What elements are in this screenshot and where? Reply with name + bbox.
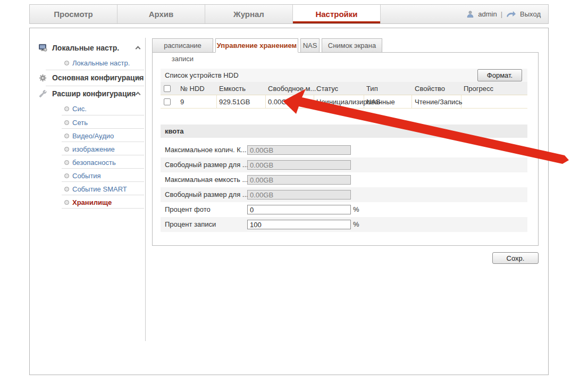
format-button[interactable]: Формат. [477,69,522,81]
bullet-icon [64,120,69,125]
free-record-size-field [247,190,351,200]
chevron-up-icon [136,92,141,97]
quota-row-picture-percent: Процент фото % [161,202,527,217]
user-icon [466,10,474,18]
hdd-capacity-value: 929.51GB [219,95,250,109]
tab-settings[interactable]: Настройки [293,5,381,23]
sidebar-item-system-label: Сис. [72,105,87,113]
col-status: Статус [316,82,338,95]
subtab-snapshot[interactable]: Снимок экрана [322,38,382,53]
subtab-storage-management[interactable]: Управление хранением [215,38,298,53]
user-area: admin | Выход [466,5,541,23]
quota-label: Максимальное колич. К... [165,143,247,157]
monitor-icon [39,44,47,52]
max-record-capacity-field [247,175,351,185]
user-separator: | [501,10,502,18]
col-capacity: Емкость [219,82,246,95]
bullet-icon [64,61,69,65]
sidebar-item-video-audio[interactable]: Видео/Аудио [30,129,145,143]
max-picture-capacity-field [247,145,351,155]
tab-archive[interactable]: Архив [117,5,205,23]
sidebar-divider [62,208,144,209]
sidebar-group-advanced-config-label: Расшир конфигурация [52,89,136,98]
record-percent-input[interactable] [247,220,351,229]
settings-subtabs: расписание записи Управление хранением N… [152,38,382,53]
quota-row-free-record: Свободный размер для ... [161,187,527,202]
col-progress: Прогресс [464,82,493,95]
sidebar-group-local[interactable]: Локальные настр. [30,41,145,55]
wrench-icon [39,90,47,98]
sidebar-item-system[interactable]: Сис. [30,102,145,115]
sidebar-item-events[interactable]: События [30,169,145,182]
hdd-table-row[interactable]: 9 929.51GB 0.00GB Неинициализированные N… [161,95,527,109]
logout-icon [506,11,516,18]
gear-icon [39,74,47,82]
quota-label: Максимальная емкость ... [165,172,248,187]
storage-management-panel: Список устройств HDD Формат. № HDD Емкос… [152,52,539,246]
quota-row-max-record: Максимальная емкость ... [161,172,527,187]
sidebar-divider [46,86,144,86]
sidebar-item-security[interactable]: безопасность [30,155,145,169]
subtab-nas[interactable]: NAS [300,38,320,53]
subtab-record-schedule[interactable]: расписание записи [152,38,213,53]
quota-label: Процент фото [165,202,211,217]
hdd-free-space-value: 0.00GB [268,95,291,109]
chevron-up-icon [136,46,141,52]
hdd-status-value: Неинициализированные [316,95,395,109]
logout-link[interactable]: Выход [520,10,541,18]
sidebar-divider [46,70,144,70]
sidebar-item-storage-label: Хранилище [72,198,112,206]
quota-row-record-percent: Процент записи % [161,217,527,232]
percent-suffix: % [353,202,359,217]
quota-row-free-picture: Свободный размер для ... [161,157,527,172]
sidebar-item-video-audio-label: Видео/Аудио [72,132,114,140]
bullet-icon [64,106,69,111]
sidebar-item-image[interactable]: изображение [30,142,145,156]
tab-live-view[interactable]: Просмотр [30,5,117,23]
bullet-icon [64,173,69,178]
main-container: Локальные настр. Локальные настр. Основн… [29,28,549,375]
col-free-space: Свободное м... [268,82,316,95]
select-all-checkbox[interactable] [164,85,171,92]
percent-suffix: % [353,217,359,232]
tab-settings-label: Настройки [315,10,357,19]
sidebar-group-local-label: Локальные настр. [52,44,119,52]
column-separator [411,95,412,109]
column-separator [265,95,266,109]
sidebar-item-local-settings-label: Локальные настр. [72,59,130,67]
quota-row-max-pictures: Максимальное колич. К... [161,143,527,157]
sidebar-item-security-label: безопасность [72,159,116,167]
col-hdd-number: № HDD [180,82,205,95]
column-separator [216,95,217,109]
hdd-type-value: NAS [366,95,381,109]
sidebar-item-smart-event[interactable]: Событие SMART [30,182,145,196]
sidebar-item-smart-event-label: Событие SMART [72,185,127,193]
sidebar-item-storage[interactable]: Хранилище [30,195,145,209]
bullet-icon [64,187,69,192]
bullet-icon [64,147,69,152]
bullet-icon [64,200,69,205]
sidebar-group-basic-config-label: Основная конфигурация [52,73,144,82]
hdd-list-header: Список устройств HDD Формат. [161,69,527,82]
sidebar-group-advanced-config[interactable]: Расшир конфигурация [30,87,145,101]
quota-label: Свободный размер для ... [165,187,248,202]
sidebar-group-basic-config[interactable]: Основная конфигурация [30,71,145,85]
hdd-table-header: № HDD Емкость Свободное м... Статус Тип … [161,82,527,95]
quota-label: Свободный размер для ... [165,157,248,172]
sidebar-item-network-label: Сеть [72,119,88,127]
row-checkbox[interactable] [164,98,171,105]
quota-label: Процент записи [165,217,216,232]
picture-percent-input[interactable] [247,205,351,214]
quota-title: квота [165,127,184,135]
save-button[interactable]: Сохр. [492,252,539,264]
sidebar-item-network[interactable]: Сеть [30,115,145,129]
hdd-number-value: 9 [180,95,184,109]
active-tab-underline [293,21,380,23]
top-navigation-bar: Просмотр Архив Журнал Настройки admin | … [29,4,549,24]
hdd-property-value: Чтение/Запись [415,95,463,109]
sidebar-item-local-settings[interactable]: Локальные настр. [30,56,145,70]
sidebar-content-divider [145,38,146,341]
tab-log[interactable]: Журнал [205,5,293,23]
hdd-list-title: Список устройств HDD [165,71,239,79]
username: admin [478,10,497,18]
